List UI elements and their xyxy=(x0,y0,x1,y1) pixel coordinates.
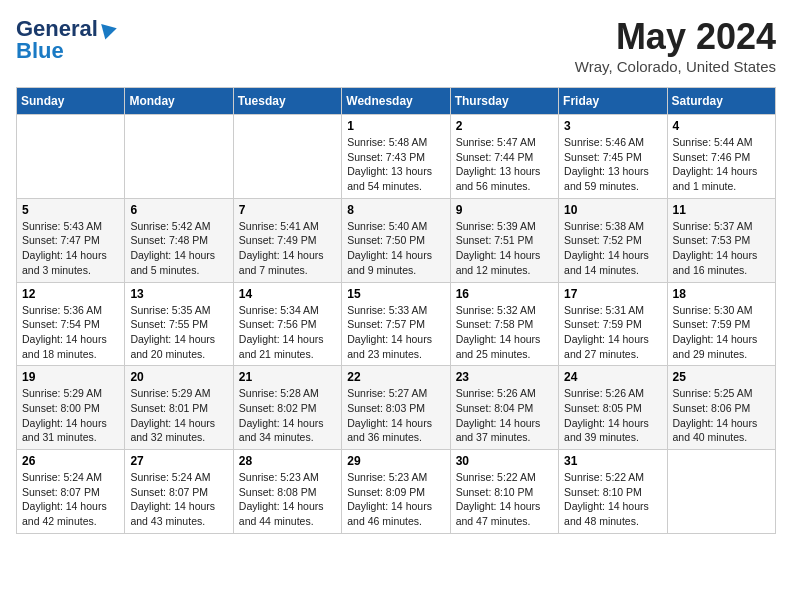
day-number: 13 xyxy=(130,287,227,301)
day-info: Sunrise: 5:31 AM Sunset: 7:59 PM Dayligh… xyxy=(564,303,661,362)
calendar-table: SundayMondayTuesdayWednesdayThursdayFrid… xyxy=(16,87,776,534)
day-number: 8 xyxy=(347,203,444,217)
day-number: 4 xyxy=(673,119,770,133)
calendar-cell: 26Sunrise: 5:24 AM Sunset: 8:07 PM Dayli… xyxy=(17,450,125,534)
calendar-cell: 14Sunrise: 5:34 AM Sunset: 7:56 PM Dayli… xyxy=(233,282,341,366)
day-info: Sunrise: 5:29 AM Sunset: 8:01 PM Dayligh… xyxy=(130,386,227,445)
day-info: Sunrise: 5:29 AM Sunset: 8:00 PM Dayligh… xyxy=(22,386,119,445)
day-number: 21 xyxy=(239,370,336,384)
day-info: Sunrise: 5:47 AM Sunset: 7:44 PM Dayligh… xyxy=(456,135,553,194)
day-info: Sunrise: 5:48 AM Sunset: 7:43 PM Dayligh… xyxy=(347,135,444,194)
day-info: Sunrise: 5:34 AM Sunset: 7:56 PM Dayligh… xyxy=(239,303,336,362)
calendar-cell: 28Sunrise: 5:23 AM Sunset: 8:08 PM Dayli… xyxy=(233,450,341,534)
day-info: Sunrise: 5:22 AM Sunset: 8:10 PM Dayligh… xyxy=(564,470,661,529)
day-info: Sunrise: 5:26 AM Sunset: 8:04 PM Dayligh… xyxy=(456,386,553,445)
calendar-cell: 22Sunrise: 5:27 AM Sunset: 8:03 PM Dayli… xyxy=(342,366,450,450)
day-number: 27 xyxy=(130,454,227,468)
calendar-cell: 30Sunrise: 5:22 AM Sunset: 8:10 PM Dayli… xyxy=(450,450,558,534)
day-info: Sunrise: 5:40 AM Sunset: 7:50 PM Dayligh… xyxy=(347,219,444,278)
calendar-cell: 16Sunrise: 5:32 AM Sunset: 7:58 PM Dayli… xyxy=(450,282,558,366)
calendar-cell xyxy=(125,115,233,199)
weekday-header-saturday: Saturday xyxy=(667,88,775,115)
calendar-cell: 21Sunrise: 5:28 AM Sunset: 8:02 PM Dayli… xyxy=(233,366,341,450)
day-number: 14 xyxy=(239,287,336,301)
calendar-cell: 4Sunrise: 5:44 AM Sunset: 7:46 PM Daylig… xyxy=(667,115,775,199)
day-info: Sunrise: 5:25 AM Sunset: 8:06 PM Dayligh… xyxy=(673,386,770,445)
calendar-cell: 2Sunrise: 5:47 AM Sunset: 7:44 PM Daylig… xyxy=(450,115,558,199)
day-number: 19 xyxy=(22,370,119,384)
day-number: 12 xyxy=(22,287,119,301)
calendar-cell xyxy=(667,450,775,534)
calendar-week-3: 12Sunrise: 5:36 AM Sunset: 7:54 PM Dayli… xyxy=(17,282,776,366)
day-info: Sunrise: 5:37 AM Sunset: 7:53 PM Dayligh… xyxy=(673,219,770,278)
calendar-cell: 24Sunrise: 5:26 AM Sunset: 8:05 PM Dayli… xyxy=(559,366,667,450)
day-info: Sunrise: 5:23 AM Sunset: 8:09 PM Dayligh… xyxy=(347,470,444,529)
weekday-header-sunday: Sunday xyxy=(17,88,125,115)
day-info: Sunrise: 5:22 AM Sunset: 8:10 PM Dayligh… xyxy=(456,470,553,529)
day-info: Sunrise: 5:44 AM Sunset: 7:46 PM Dayligh… xyxy=(673,135,770,194)
page-title: May 2024 xyxy=(575,16,776,58)
day-info: Sunrise: 5:27 AM Sunset: 8:03 PM Dayligh… xyxy=(347,386,444,445)
day-info: Sunrise: 5:42 AM Sunset: 7:48 PM Dayligh… xyxy=(130,219,227,278)
day-number: 5 xyxy=(22,203,119,217)
day-info: Sunrise: 5:43 AM Sunset: 7:47 PM Dayligh… xyxy=(22,219,119,278)
calendar-cell: 25Sunrise: 5:25 AM Sunset: 8:06 PM Dayli… xyxy=(667,366,775,450)
calendar-cell: 7Sunrise: 5:41 AM Sunset: 7:49 PM Daylig… xyxy=(233,198,341,282)
day-info: Sunrise: 5:28 AM Sunset: 8:02 PM Dayligh… xyxy=(239,386,336,445)
calendar-cell: 3Sunrise: 5:46 AM Sunset: 7:45 PM Daylig… xyxy=(559,115,667,199)
calendar-cell: 15Sunrise: 5:33 AM Sunset: 7:57 PM Dayli… xyxy=(342,282,450,366)
day-number: 17 xyxy=(564,287,661,301)
day-number: 18 xyxy=(673,287,770,301)
calendar-cell: 20Sunrise: 5:29 AM Sunset: 8:01 PM Dayli… xyxy=(125,366,233,450)
day-number: 24 xyxy=(564,370,661,384)
day-info: Sunrise: 5:46 AM Sunset: 7:45 PM Dayligh… xyxy=(564,135,661,194)
day-number: 30 xyxy=(456,454,553,468)
calendar-cell: 10Sunrise: 5:38 AM Sunset: 7:52 PM Dayli… xyxy=(559,198,667,282)
day-info: Sunrise: 5:24 AM Sunset: 8:07 PM Dayligh… xyxy=(22,470,119,529)
day-number: 3 xyxy=(564,119,661,133)
weekday-header-thursday: Thursday xyxy=(450,88,558,115)
day-info: Sunrise: 5:38 AM Sunset: 7:52 PM Dayligh… xyxy=(564,219,661,278)
weekday-header-tuesday: Tuesday xyxy=(233,88,341,115)
day-info: Sunrise: 5:26 AM Sunset: 8:05 PM Dayligh… xyxy=(564,386,661,445)
calendar-week-1: 1Sunrise: 5:48 AM Sunset: 7:43 PM Daylig… xyxy=(17,115,776,199)
day-info: Sunrise: 5:36 AM Sunset: 7:54 PM Dayligh… xyxy=(22,303,119,362)
calendar-cell: 31Sunrise: 5:22 AM Sunset: 8:10 PM Dayli… xyxy=(559,450,667,534)
day-number: 29 xyxy=(347,454,444,468)
day-info: Sunrise: 5:32 AM Sunset: 7:58 PM Dayligh… xyxy=(456,303,553,362)
calendar-cell: 8Sunrise: 5:40 AM Sunset: 7:50 PM Daylig… xyxy=(342,198,450,282)
day-info: Sunrise: 5:33 AM Sunset: 7:57 PM Dayligh… xyxy=(347,303,444,362)
calendar-cell: 29Sunrise: 5:23 AM Sunset: 8:09 PM Dayli… xyxy=(342,450,450,534)
day-info: Sunrise: 5:23 AM Sunset: 8:08 PM Dayligh… xyxy=(239,470,336,529)
day-number: 1 xyxy=(347,119,444,133)
day-number: 15 xyxy=(347,287,444,301)
title-block: May 2024 Wray, Colorado, United States xyxy=(575,16,776,75)
calendar-cell: 11Sunrise: 5:37 AM Sunset: 7:53 PM Dayli… xyxy=(667,198,775,282)
calendar-week-4: 19Sunrise: 5:29 AM Sunset: 8:00 PM Dayli… xyxy=(17,366,776,450)
day-number: 7 xyxy=(239,203,336,217)
calendar-cell: 12Sunrise: 5:36 AM Sunset: 7:54 PM Dayli… xyxy=(17,282,125,366)
calendar-cell: 9Sunrise: 5:39 AM Sunset: 7:51 PM Daylig… xyxy=(450,198,558,282)
calendar-cell: 13Sunrise: 5:35 AM Sunset: 7:55 PM Dayli… xyxy=(125,282,233,366)
day-number: 16 xyxy=(456,287,553,301)
weekday-header-row: SundayMondayTuesdayWednesdayThursdayFrid… xyxy=(17,88,776,115)
weekday-header-monday: Monday xyxy=(125,88,233,115)
day-number: 9 xyxy=(456,203,553,217)
calendar-week-2: 5Sunrise: 5:43 AM Sunset: 7:47 PM Daylig… xyxy=(17,198,776,282)
day-number: 10 xyxy=(564,203,661,217)
calendar-body: 1Sunrise: 5:48 AM Sunset: 7:43 PM Daylig… xyxy=(17,115,776,534)
page-subtitle: Wray, Colorado, United States xyxy=(575,58,776,75)
calendar-cell: 18Sunrise: 5:30 AM Sunset: 7:59 PM Dayli… xyxy=(667,282,775,366)
day-number: 28 xyxy=(239,454,336,468)
calendar-cell: 1Sunrise: 5:48 AM Sunset: 7:43 PM Daylig… xyxy=(342,115,450,199)
calendar-cell xyxy=(17,115,125,199)
calendar-cell: 27Sunrise: 5:24 AM Sunset: 8:07 PM Dayli… xyxy=(125,450,233,534)
day-number: 11 xyxy=(673,203,770,217)
calendar-cell: 23Sunrise: 5:26 AM Sunset: 8:04 PM Dayli… xyxy=(450,366,558,450)
logo-blue: Blue xyxy=(16,38,64,64)
calendar-week-5: 26Sunrise: 5:24 AM Sunset: 8:07 PM Dayli… xyxy=(17,450,776,534)
logo: General Blue xyxy=(16,16,117,64)
calendar-cell: 5Sunrise: 5:43 AM Sunset: 7:47 PM Daylig… xyxy=(17,198,125,282)
day-number: 2 xyxy=(456,119,553,133)
day-info: Sunrise: 5:30 AM Sunset: 7:59 PM Dayligh… xyxy=(673,303,770,362)
